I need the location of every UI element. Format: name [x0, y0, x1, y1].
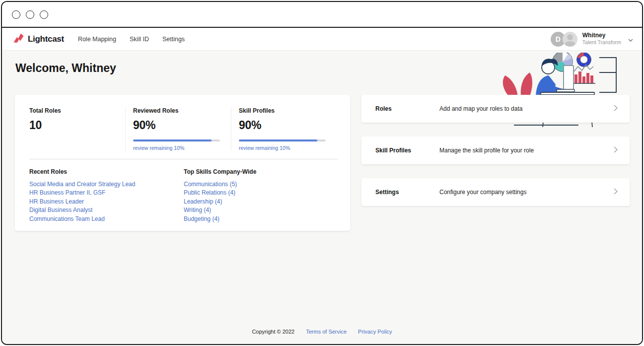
- stat-label: Skill Profiles: [239, 107, 326, 114]
- terms-of-service-link[interactable]: Terms of Service: [306, 329, 347, 335]
- chevron-right-icon[interactable]: [614, 104, 618, 113]
- main-nav: Role Mapping Skill ID Settings: [78, 36, 185, 43]
- app-header: Lightcast Role Mapping Skill ID Settings…: [2, 28, 642, 51]
- roles-card-description: Add and map your roles to data: [439, 105, 614, 112]
- stat-skill-profiles: Skill Profiles 90% review remaining 10%: [231, 107, 326, 151]
- progress-bar: [239, 139, 326, 141]
- nav-role-mapping[interactable]: Role Mapping: [78, 36, 116, 43]
- user-info: Whitney Talent Transform: [582, 32, 621, 46]
- progress-note: review remaining 10%: [133, 145, 231, 151]
- recent-role-link[interactable]: HR Business Partner II, GSF: [29, 189, 184, 197]
- user-name: Whitney: [582, 32, 621, 39]
- top-skills-list: Communications (5) Public Relations (4) …: [184, 180, 256, 223]
- user-org: Talent Transform: [582, 39, 621, 46]
- lists-row: Recent Roles Social Media and Creator St…: [15, 159, 350, 223]
- top-skill-link[interactable]: Leadership (4): [184, 198, 256, 206]
- recent-roles-section: Recent Roles Social Media and Creator St…: [29, 168, 184, 223]
- window-control-icon[interactable]: [26, 10, 34, 19]
- copyright-text: Copyright © 2022: [252, 329, 294, 335]
- skill-profiles-card-title: Skill Profiles: [375, 147, 439, 154]
- stat-value: 10: [29, 119, 125, 132]
- recent-roles-list: Social Media and Creator Strategy Lead H…: [29, 180, 184, 223]
- top-skills-title: Top Skills Company-Wide: [184, 168, 256, 175]
- top-skill-link[interactable]: Communications (5): [184, 180, 256, 189]
- overview-card: Total Roles 10 Reviewed Roles 90% review…: [15, 95, 350, 231]
- stats-row: Total Roles 10 Reviewed Roles 90% review…: [15, 95, 350, 151]
- chevron-down-icon[interactable]: [628, 35, 633, 44]
- shelf-icon: [599, 58, 616, 92]
- chevron-right-icon[interactable]: [614, 146, 618, 155]
- lightcast-logo-icon: [13, 33, 24, 45]
- recent-role-link[interactable]: Social Media and Creator Strategy Lead: [29, 180, 184, 189]
- page-title: Welcome, Whitney: [15, 62, 116, 75]
- stat-value: 90%: [133, 119, 231, 132]
- avatar-silhouette-icon: [563, 32, 577, 47]
- footer: Copyright © 2022 Terms of Service Privac…: [2, 329, 642, 335]
- recent-role-link[interactable]: Digital Business Analyst: [29, 206, 184, 214]
- window-control-icon[interactable]: [12, 10, 20, 19]
- settings-card[interactable]: Settings Configure your company settings: [361, 178, 630, 206]
- settings-card-title: Settings: [375, 189, 439, 196]
- bar-chart-icon: [572, 65, 595, 83]
- roles-card[interactable]: Roles Add and map your roles to data: [361, 95, 630, 123]
- top-skills-section: Top Skills Company-Wide Communications (…: [184, 168, 256, 223]
- privacy-policy-link[interactable]: Privacy Policy: [358, 329, 392, 335]
- stat-label: Total Roles: [29, 107, 125, 114]
- settings-card-description: Configure your company settings: [439, 189, 614, 196]
- user-menu[interactable]: D Whitney Talent Transform: [551, 32, 635, 47]
- progress-note: review remaining 10%: [239, 145, 326, 151]
- top-skill-link[interactable]: Budgeting (4): [184, 215, 256, 223]
- progress-bar: [133, 139, 220, 141]
- stat-reviewed-roles: Reviewed Roles 90% review remaining 10%: [125, 107, 231, 151]
- stat-label: Reviewed Roles: [133, 107, 231, 114]
- window-control-icon[interactable]: [40, 10, 48, 19]
- recent-roles-title: Recent Roles: [29, 168, 184, 175]
- window-titlebar: [2, 2, 642, 28]
- lightcast-logo[interactable]: Lightcast: [13, 33, 64, 45]
- stat-total-roles: Total Roles 10: [15, 107, 125, 151]
- logo-text: Lightcast: [28, 34, 64, 44]
- monitor-icon: [564, 66, 573, 91]
- nav-settings[interactable]: Settings: [162, 36, 185, 43]
- browser-window: Lightcast Role Mapping Skill ID Settings…: [1, 1, 643, 345]
- main-content: Welcome, Whitney Total Roles 10 Reviewed…: [2, 51, 642, 344]
- recent-role-link[interactable]: HR Business Leader: [29, 198, 184, 206]
- roles-card-title: Roles: [375, 105, 439, 112]
- chevron-right-icon[interactable]: [614, 188, 618, 197]
- nav-skill-id[interactable]: Skill ID: [130, 36, 149, 43]
- top-skill-link[interactable]: Writing (4): [184, 206, 256, 214]
- recent-role-link[interactable]: Communications Team Lead: [29, 215, 184, 223]
- top-skill-link[interactable]: Public Relations (4): [184, 189, 256, 197]
- skill-profiles-card-description: Manage the skill profile for your role: [439, 147, 614, 154]
- stat-value: 90%: [239, 119, 326, 132]
- skill-profiles-card[interactable]: Skill Profiles Manage the skill profile …: [361, 137, 630, 164]
